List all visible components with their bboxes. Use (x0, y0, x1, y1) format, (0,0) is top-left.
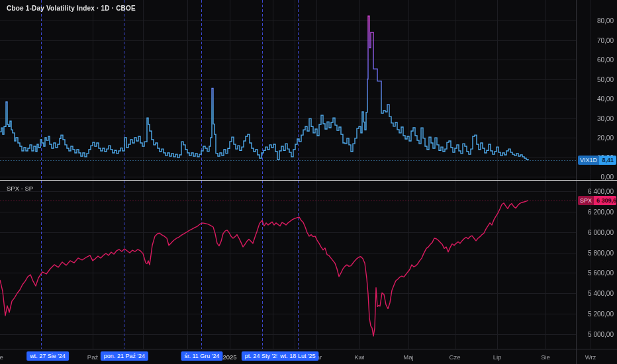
y-axis-tick-label: 30,00 (597, 114, 614, 122)
time-axis-month-label: 2025 (222, 353, 236, 361)
y-axis-tick-label: 6 400,00 (588, 188, 614, 195)
pane2-symbol-title: SPX - SP (7, 185, 33, 192)
y-axis-tick-label: 50,00 (597, 75, 614, 83)
y-axis-tick-label: 6 200,00 (588, 208, 614, 215)
y-axis-tick-label: 80,00 (597, 17, 614, 24)
spx-price-label-symbol: SPX (578, 196, 594, 205)
y-axis-tick-label: 5 800,00 (588, 249, 614, 256)
time-axis-month-label: Lip (493, 353, 502, 361)
y-axis-tick-label: 6 000,00 (588, 228, 614, 236)
vix1d-price-label-symbol: VIX1D (578, 156, 599, 165)
spx-last-price-label: SPX 6 309,63 (578, 196, 616, 205)
event-date-chip[interactable]: śr. 11 Gru '24 (181, 351, 222, 361)
time-axis-month-label: Wrz (585, 353, 596, 361)
time-axis-month-label: Cze (450, 353, 461, 361)
price-axis-border (576, 0, 577, 364)
y-axis-tick-label: 5 200,00 (588, 310, 614, 318)
time-axis-month-label: Sie (541, 353, 550, 361)
y-axis-tick-label: 0,00 (601, 173, 614, 181)
vix1d-last-price-label: VIX1D 8,41 (578, 156, 616, 165)
y-axis-tick-label: 20,00 (597, 134, 614, 142)
y-axis-tick-label: 5 600,00 (588, 269, 614, 277)
time-axis-month-label: Paź (87, 353, 98, 361)
y-axis-tick-label: 70,00 (597, 36, 614, 44)
event-date-chip[interactable]: wt. 18 Lut '25 (277, 351, 318, 361)
time-axis-border (0, 349, 617, 349)
y-axis-tick-label: 60,00 (597, 56, 614, 64)
spx-price-label-value: 6 309,63 (594, 196, 616, 205)
y-axis-tick-label: 40,00 (597, 95, 614, 103)
y-axis-tick-label: 5 400,00 (588, 290, 614, 297)
time-axis-month-label: Kwi (354, 353, 364, 361)
pane-separator[interactable] (0, 180, 617, 181)
vix1d-price-label-value: 8,41 (599, 156, 616, 165)
pane1-symbol-title: Cboe 1-Day Volatility Index · 1D · CBOE (7, 5, 136, 12)
y-axis-tick-label: 5 000,00 (588, 331, 614, 338)
time-axis-month-label: Sie (0, 353, 3, 361)
event-date-chip[interactable]: wt. 27 Sie '24 (26, 351, 69, 361)
time-axis-month-label: Maj (403, 353, 413, 361)
event-date-chip[interactable]: pon. 21 Paź '24 (101, 351, 148, 361)
chart-canvas[interactable] (0, 0, 617, 364)
tradingview-chart-window: Cboe 1-Day Volatility Index · 1D · CBOE … (0, 0, 617, 364)
